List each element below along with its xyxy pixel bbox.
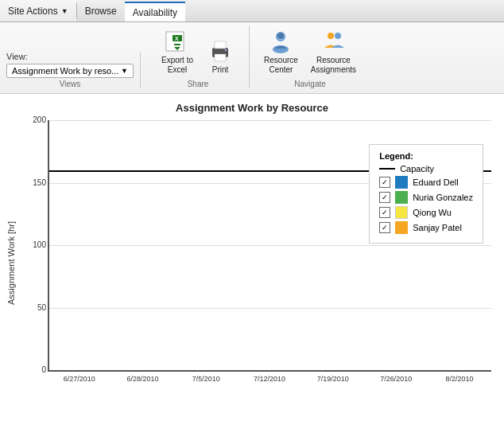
legend-label-4: Sanjay Patel (413, 223, 462, 232)
browse-tab[interactable]: Browse (77, 0, 125, 21)
chart-title: Assignment Work by Resource (6, 102, 498, 114)
chart-plot: 200 150 100 50 0 (48, 120, 491, 372)
share-group-items: X Export to Excel (157, 25, 239, 78)
svg-rect-4 (174, 44, 180, 45)
svg-rect-8 (215, 41, 226, 49)
svg-rect-7 (215, 54, 226, 61)
legend-item-1: ✓ Eduard Dell (379, 176, 473, 189)
availability-tab[interactable]: Availability (125, 2, 185, 21)
resource-assignments-icon (320, 29, 346, 54)
x-label-5: 7/19/2010 (312, 375, 354, 383)
legend-color-1 (395, 176, 408, 189)
legend-color-4 (395, 221, 408, 234)
y-tick-200: 200 (22, 115, 46, 124)
ribbon-row: View: Assignment Work by reso... ▼ Views (6, 25, 498, 88)
share-group: X Export to Excel (147, 25, 250, 88)
chart-inner: 200 150 100 50 0 (22, 120, 498, 383)
x-label-4: 7/12/2010 (249, 375, 290, 383)
x-label-7: 8/2/2010 (439, 375, 480, 383)
x-label-1: 6/27/2010 (59, 375, 100, 383)
y-tick-150: 150 (22, 178, 46, 187)
x-label-6: 7/26/2010 (375, 375, 417, 383)
site-actions-menu[interactable]: Site Actions ▼ (0, 0, 76, 21)
legend-item-3: ✓ Qiong Wu (379, 206, 473, 219)
legend-check-1: ✓ (379, 177, 390, 188)
legend-title: Legend: (379, 151, 473, 161)
resource-center-icon (268, 29, 293, 54)
chart-container: Assignment Work [hr] 200 150 100 50 (6, 120, 498, 383)
print-icon (207, 38, 233, 64)
export-excel-button[interactable]: X Export to Excel (157, 25, 198, 78)
view-section: View: Assignment Work by reso... ▼ Views (6, 52, 141, 88)
svg-point-13 (277, 33, 284, 39)
print-label: Print (212, 65, 229, 75)
x-label-3: 7/5/2010 (185, 375, 227, 383)
legend-check-3: ✓ (379, 207, 390, 218)
legend-item-2: ✓ Nuria Gonzalez (379, 191, 473, 204)
resource-assignments-label: Resource Assignments (311, 56, 356, 75)
svg-point-14 (328, 33, 334, 39)
y-axis-label: Assignment Work [hr] (6, 120, 22, 383)
ribbon: View: Assignment Work by reso... ▼ Views (0, 22, 504, 94)
y-tick-100: 100 (22, 240, 46, 249)
legend-capacity-item: Capacity (379, 164, 473, 174)
legend-color-2 (395, 191, 408, 204)
x-label-2: 6/28/2010 (122, 375, 164, 383)
site-actions-arrow: ▼ (61, 7, 68, 15)
y-tick-0: 0 (22, 365, 46, 374)
site-actions-label: Site Actions (8, 6, 58, 17)
navigate-group-label: Navigate (294, 80, 325, 88)
x-axis-labels: 6/27/2010 6/28/2010 7/5/2010 7/12/2010 7… (48, 372, 491, 383)
legend-label-1: Eduard Dell (413, 177, 458, 187)
resource-center-button[interactable]: Resource Center (259, 25, 303, 78)
legend-label-2: Nuria Gonzalez (413, 193, 473, 202)
legend-check-2: ✓ (379, 192, 390, 203)
chart-legend: Legend: Capacity ✓ Eduard Dell ✓ (369, 144, 483, 244)
svg-text:X: X (175, 36, 179, 41)
view-dropdown[interactable]: Assignment Work by reso... ▼ (6, 64, 134, 78)
export-excel-label: Export to Excel (161, 56, 193, 75)
legend-capacity-label: Capacity (400, 164, 434, 174)
view-label: View: (6, 52, 134, 61)
views-group-label: Views (6, 80, 134, 88)
navigate-group-items: Resource Center Resource Assignments (259, 25, 361, 78)
legend-item-4: ✓ Sanjay Patel (379, 221, 473, 234)
share-group-label: Share (188, 80, 209, 88)
legend-capacity-line (379, 168, 395, 170)
export-excel-icon: X (165, 29, 190, 54)
legend-color-3 (395, 206, 408, 219)
svg-rect-9 (225, 49, 227, 51)
chart-area: Assignment Work by Resource Assignment W… (0, 94, 504, 389)
resource-center-label: Resource Center (264, 56, 298, 75)
navigate-group: Resource Center Resource Assignments (250, 25, 370, 88)
resource-assignments-button[interactable]: Resource Assignments (306, 25, 361, 78)
legend-check-4: ✓ (379, 222, 390, 233)
view-dropdown-arrow: ▼ (121, 67, 128, 75)
legend-label-3: Qiong Wu (413, 208, 452, 217)
y-tick-50: 50 (22, 303, 46, 312)
print-button[interactable]: Print (201, 35, 239, 78)
svg-point-15 (335, 33, 341, 39)
top-navigation: Site Actions ▼ Browse Availability (0, 0, 504, 22)
